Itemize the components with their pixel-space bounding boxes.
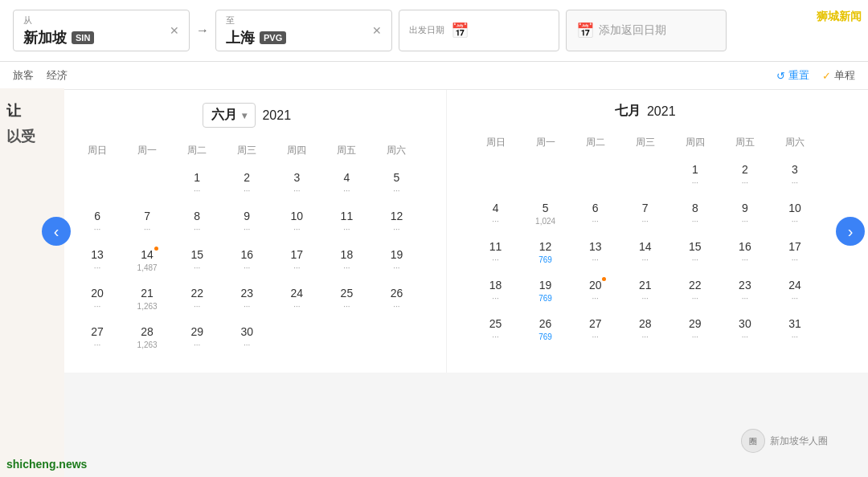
day-cell[interactable]: 19··· [371,244,421,283]
to-field[interactable]: 至 上海 PVG ✕ [215,10,392,51]
day-cell[interactable]: 51,024 [521,198,571,236]
day-cell[interactable]: 21··· [620,275,670,313]
day-cell[interactable]: 16··· [720,236,770,275]
reset-button[interactable]: ↺ 重置 [776,68,809,83]
day-cell-empty [471,159,521,198]
day-cell[interactable]: 8··· [670,198,720,236]
day-cell[interactable]: 11··· [321,206,371,244]
day-cell[interactable]: 6··· [72,206,122,244]
day-cell[interactable]: 29··· [172,321,222,360]
day-cell[interactable]: 24··· [272,283,321,321]
day-cell[interactable]: 20··· [72,283,122,321]
day-cell[interactable]: 141,487 [122,244,172,283]
day-cell[interactable]: 27··· [571,313,620,352]
day-cell[interactable]: 29··· [670,313,720,352]
day-cell[interactable]: 7··· [122,206,172,244]
to-value: 上海 PVG [226,28,366,47]
day-cell[interactable]: 27··· [72,321,122,360]
day-cell[interactable]: 30··· [222,321,272,360]
day-cell[interactable]: 28··· [620,313,670,352]
day-cell[interactable]: 15··· [172,244,222,283]
left-month-selector[interactable]: 六月 ▾ [203,103,256,128]
day-cell[interactable]: 14··· [620,236,670,275]
day-cell[interactable]: 3··· [272,167,321,206]
calendar-next-button[interactable]: › [836,217,865,246]
day-cell[interactable]: 13··· [571,236,620,275]
day-price: ··· [742,332,748,341]
day-price: ··· [293,186,300,195]
day-cell[interactable]: 1··· [172,167,222,206]
day-cell[interactable]: 18··· [321,244,371,283]
day-cell[interactable]: 4··· [321,167,371,206]
day-cell[interactable]: 13··· [72,244,122,283]
day-number: 5 [394,170,400,186]
day-cell[interactable]: 281,263 [122,321,172,360]
day-cell[interactable]: 2··· [720,159,770,198]
day-number: 14 [639,239,652,255]
day-number: 4 [343,170,350,186]
from-close-button[interactable]: ✕ [170,24,179,37]
day-cell[interactable]: 25··· [471,313,521,352]
day-number: 5 [542,201,549,217]
day-number: 20 [589,278,602,294]
day-number: 1 [692,162,698,178]
day-cell[interactable]: 31··· [770,313,820,352]
passenger-label[interactable]: 旅客 [13,68,34,83]
day-number: 27 [589,316,602,332]
day-cell[interactable]: 22··· [172,283,222,321]
day-cell[interactable]: 9··· [720,198,770,236]
day-cell[interactable]: 6··· [571,198,620,236]
right-calendar-grid: 周日周一周二周三周四周五周六 1···2···3···4···51,0246··… [471,132,821,352]
day-cell[interactable]: 2··· [222,167,272,206]
day-price: ··· [244,340,250,349]
day-cell[interactable]: 11··· [471,236,521,275]
oneway-label: 单程 [834,68,855,83]
day-number: 29 [689,316,702,332]
day-cell[interactable]: 12··· [371,206,421,244]
day-cell[interactable]: 16··· [222,244,272,283]
day-cell[interactable]: 26··· [371,283,421,321]
day-cell[interactable]: 3··· [770,159,820,198]
right-days-grid: 1···2···3···4···51,0246···7···8···9···10… [471,159,821,352]
day-price: 1,024 [535,217,555,226]
day-number: 19 [539,278,552,294]
day-cell[interactable]: 22··· [670,275,720,313]
day-cell[interactable]: 23··· [222,283,272,321]
day-cell[interactable]: 17··· [272,244,321,283]
class-label[interactable]: 经济 [47,68,68,83]
day-price: ··· [194,340,200,349]
day-cell[interactable]: 20··· [571,275,620,313]
day-cell[interactable]: 8··· [172,206,222,244]
depart-label: 出发日期 [409,24,444,36]
day-cell[interactable]: 24··· [770,275,820,313]
day-cell[interactable]: 1··· [670,159,720,198]
day-price: ··· [642,255,649,264]
day-price: ··· [343,186,350,195]
day-number: 26 [539,316,552,332]
day-price: ··· [692,178,698,187]
day-cell[interactable]: 12769 [521,236,571,275]
day-cell[interactable]: 19769 [521,275,571,313]
depart-date-field[interactable]: 出发日期 📅 [399,10,559,51]
day-number: 13 [91,247,104,263]
day-cell[interactable]: 23··· [720,275,770,313]
day-cell[interactable]: 30··· [720,313,770,352]
day-cell[interactable]: 10··· [272,206,321,244]
day-cell[interactable]: 5··· [371,167,421,206]
oneway-option[interactable]: ✓ 单程 [822,68,855,83]
day-cell[interactable]: 7··· [620,198,670,236]
return-date-field[interactable]: 📅 添加返回日期 [566,10,727,51]
today-dot-icon [602,277,606,281]
from-field[interactable]: 从 新加坡 SIN ✕ [13,10,190,51]
day-cell[interactable]: 9··· [222,206,272,244]
day-cell[interactable]: 17··· [770,236,820,275]
to-close-button[interactable]: ✕ [372,24,382,37]
calendar-prev-button[interactable]: ‹ [42,217,71,246]
day-cell[interactable]: 18··· [471,275,521,313]
day-cell[interactable]: 4··· [471,198,521,236]
day-cell[interactable]: 15··· [670,236,720,275]
day-cell[interactable]: 10··· [770,198,820,236]
day-cell[interactable]: 211,263 [122,283,172,321]
day-cell[interactable]: 25··· [321,283,371,321]
day-cell[interactable]: 26769 [521,313,571,352]
